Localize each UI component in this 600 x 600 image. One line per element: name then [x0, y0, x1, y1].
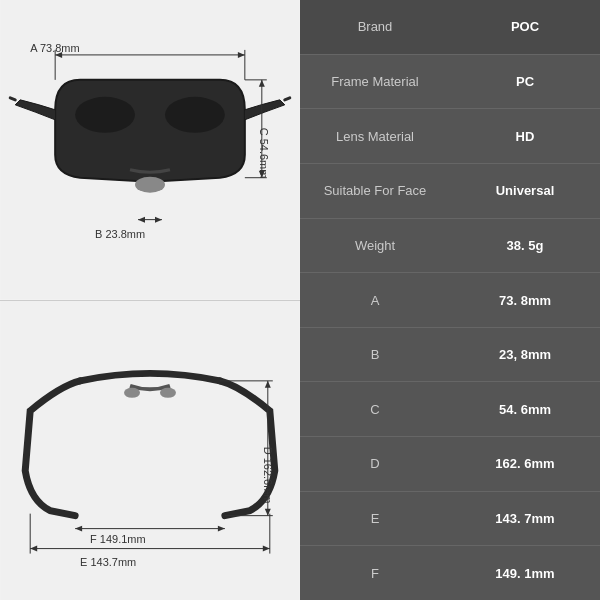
spec-row-d: D 162. 6mm: [300, 437, 600, 492]
specs-panel: Brand POC Frame Material PC Lens Materia…: [300, 0, 600, 600]
spec-value-a: 73. 8mm: [450, 293, 600, 308]
top-view-container: A 73.8mm B 23.8mm C 54.6mm: [0, 0, 300, 300]
spec-label-a: A: [300, 293, 450, 308]
spec-label-b: B: [300, 347, 450, 362]
spec-value-b: 23, 8mm: [450, 347, 600, 362]
svg-text:C  54.6mm: C 54.6mm: [258, 128, 270, 179]
svg-point-2: [165, 97, 225, 133]
spec-row-b: B 23, 8mm: [300, 328, 600, 383]
spec-label-face: Suitable For Face: [300, 183, 450, 198]
spec-row-lens-material: Lens Material HD: [300, 109, 600, 164]
svg-text:D  162.6mm: D 162.6mm: [262, 446, 274, 503]
spec-row-f: F 149. 1mm: [300, 546, 600, 600]
spec-value-e: 143. 7mm: [450, 511, 600, 526]
spec-value-f: 149. 1mm: [450, 566, 600, 581]
bottom-view-svg: D 162.6mm E 143.7mm F 149.1mm: [0, 301, 300, 601]
spec-row-face: Suitable For Face Universal: [300, 164, 600, 219]
spec-label-d: D: [300, 456, 450, 471]
spec-label-brand: Brand: [300, 19, 450, 34]
spec-value-weight: 38. 5g: [450, 238, 600, 253]
spec-label-frame-material: Frame Material: [300, 74, 450, 89]
svg-point-21: [124, 387, 140, 397]
spec-label-c: C: [300, 402, 450, 417]
svg-point-1: [75, 97, 135, 133]
svg-point-22: [160, 387, 176, 397]
spec-label-e: E: [300, 511, 450, 526]
spec-row-a: A 73. 8mm: [300, 273, 600, 328]
spec-label-lens-material: Lens Material: [300, 129, 450, 144]
spec-row-weight: Weight 38. 5g: [300, 219, 600, 274]
spec-label-f: F: [300, 566, 450, 581]
spec-value-c: 54. 6mm: [450, 402, 600, 417]
svg-text:F  149.1mm: F 149.1mm: [90, 532, 145, 544]
spec-value-face: Universal: [450, 183, 600, 198]
svg-text:A  73.8mm: A 73.8mm: [30, 42, 79, 54]
diagram-panel: A 73.8mm B 23.8mm C 54.6mm: [0, 0, 300, 600]
spec-row-frame-material: Frame Material PC: [300, 55, 600, 110]
spec-value-d: 162. 6mm: [450, 456, 600, 471]
svg-text:B  23.8mm: B 23.8mm: [95, 228, 145, 240]
top-view-svg: A 73.8mm B 23.8mm C 54.6mm: [0, 0, 300, 300]
spec-value-lens-material: HD: [450, 129, 600, 144]
spec-value-frame-material: PC: [450, 74, 600, 89]
svg-point-3: [135, 177, 165, 193]
svg-text:E  143.7mm: E 143.7mm: [80, 555, 136, 567]
spec-label-weight: Weight: [300, 238, 450, 253]
svg-rect-20: [0, 301, 300, 601]
spec-row-c: C 54. 6mm: [300, 382, 600, 437]
spec-row-e: E 143. 7mm: [300, 492, 600, 547]
bottom-view-container: D 162.6mm E 143.7mm F 149.1mm: [0, 301, 300, 601]
spec-value-brand: POC: [450, 19, 600, 34]
spec-row-brand: Brand POC: [300, 0, 600, 55]
